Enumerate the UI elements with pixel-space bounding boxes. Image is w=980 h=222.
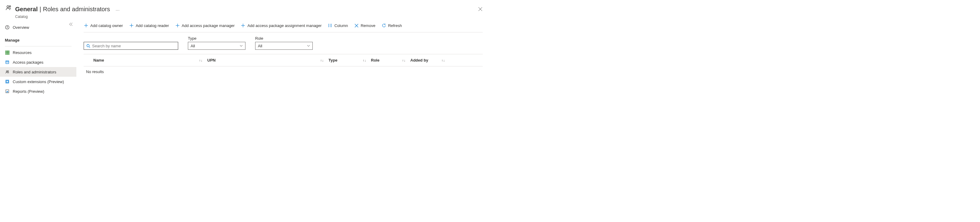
page-header: General | Roles and administrators … Cat… xyxy=(0,0,490,20)
svg-rect-23 xyxy=(7,91,8,93)
svg-rect-24 xyxy=(8,91,8,93)
svg-rect-16 xyxy=(6,61,9,64)
columns-icon xyxy=(328,23,332,28)
title-more-button[interactable]: … xyxy=(114,4,121,14)
svg-point-1 xyxy=(10,6,11,7)
sidebar-item-label: Custom extensions (Preview) xyxy=(13,80,64,84)
add-access-package-assignment-manager-button[interactable]: Add access package assignment manager xyxy=(240,22,321,29)
refresh-button[interactable]: Refresh xyxy=(382,22,402,29)
plus-icon xyxy=(84,23,89,28)
page-subtitle: Catalog xyxy=(15,14,121,19)
sidebar-item-overview[interactable]: Overview xyxy=(0,22,76,32)
sidebar-item-custom-extensions[interactable]: Custom extensions (Preview) xyxy=(0,77,76,86)
sort-icon: ↑↓ xyxy=(320,59,324,62)
page-title: General | Roles and administrators … xyxy=(15,4,121,14)
svg-rect-13 xyxy=(5,53,7,54)
sidebar-item-label: Resources xyxy=(13,50,32,55)
add-access-package-manager-button[interactable]: Add access package manager xyxy=(175,22,235,29)
table-header-row: Name ↑↓ UPN ↑↓ Type ↑↓ Role ↑↓ Added by xyxy=(84,54,483,66)
sidebar: Overview Manage Resources Access pac xyxy=(0,20,76,111)
sort-icon: ↑↓ xyxy=(199,59,202,62)
close-button[interactable] xyxy=(476,4,485,14)
sidebar-item-resources[interactable]: Resources xyxy=(0,48,76,57)
sidebar-item-label: Reports (Preview) xyxy=(13,89,44,94)
sidebar-item-label: Overview xyxy=(13,25,29,30)
svg-point-0 xyxy=(7,6,9,8)
remove-button[interactable]: Remove xyxy=(354,22,375,29)
plus-icon xyxy=(240,23,245,28)
no-results-message: No results xyxy=(84,66,483,77)
filter-type-value: All xyxy=(191,44,195,48)
column-header-type[interactable]: Type ↑↓ xyxy=(328,58,371,62)
sidebar-divider xyxy=(5,46,72,46)
column-header-added-by[interactable]: Added by ↑↓ xyxy=(410,58,450,62)
sidebar-item-roles-administrators[interactable]: Roles and administrators xyxy=(0,67,76,77)
add-catalog-reader-button[interactable]: Add catalog reader xyxy=(129,22,169,29)
results-table: Name ↑↓ UPN ↑↓ Type ↑↓ Role ↑↓ Added by xyxy=(84,54,483,77)
close-icon xyxy=(354,23,359,28)
plus-icon xyxy=(129,23,134,28)
svg-point-41 xyxy=(87,44,89,47)
toolbar: Add catalog owner Add catalog reader Add… xyxy=(84,21,483,32)
svg-rect-15 xyxy=(8,53,10,54)
info-icon xyxy=(5,25,10,30)
sort-icon: ↑↓ xyxy=(363,59,366,62)
svg-rect-11 xyxy=(7,52,8,53)
svg-line-42 xyxy=(89,46,90,48)
svg-point-6 xyxy=(7,26,7,26)
add-catalog-owner-button[interactable]: Add catalog owner xyxy=(84,22,123,29)
collapse-sidebar-button[interactable] xyxy=(67,21,75,28)
filter-type-select[interactable]: All xyxy=(188,42,245,50)
main-content: Add catalog owner Add catalog reader Add… xyxy=(76,20,490,111)
search-input[interactable] xyxy=(84,42,178,50)
svg-point-17 xyxy=(6,71,8,72)
people-icon xyxy=(5,69,10,74)
sort-icon: ↑↓ xyxy=(442,59,445,62)
chevron-down-icon xyxy=(307,45,310,47)
column-button[interactable]: Column xyxy=(328,22,348,29)
report-icon xyxy=(5,89,10,94)
plus-icon xyxy=(175,23,180,28)
column-header-role[interactable]: Role ↑↓ xyxy=(371,58,410,62)
filter-role-label: Role xyxy=(255,36,313,41)
svg-rect-12 xyxy=(8,52,10,53)
grid-icon xyxy=(5,50,10,55)
column-header-upn[interactable]: UPN ↑↓ xyxy=(207,58,328,62)
svg-rect-7 xyxy=(5,51,7,52)
sidebar-item-label: Access packages xyxy=(13,60,43,65)
svg-rect-9 xyxy=(8,51,10,52)
sidebar-item-label: Roles and administrators xyxy=(13,70,56,74)
package-icon xyxy=(5,60,10,65)
extension-icon xyxy=(5,79,10,84)
svg-rect-20 xyxy=(6,81,8,83)
svg-rect-8 xyxy=(7,51,8,52)
sort-icon: ↑↓ xyxy=(402,59,406,62)
svg-rect-10 xyxy=(5,52,7,53)
column-header-name[interactable]: Name ↑↓ xyxy=(86,58,207,62)
refresh-icon xyxy=(382,23,387,28)
sidebar-section-manage: Manage xyxy=(0,35,76,45)
sidebar-item-reports[interactable]: Reports (Preview) xyxy=(0,86,76,96)
svg-rect-14 xyxy=(7,53,8,54)
filters-row: Type All Role All xyxy=(84,32,483,54)
sidebar-item-access-packages[interactable]: Access packages xyxy=(0,57,76,67)
filter-role-select[interactable]: All xyxy=(255,42,313,50)
svg-point-18 xyxy=(8,71,9,72)
filter-type-label: Type xyxy=(188,36,245,41)
search-icon xyxy=(86,44,90,48)
people-icon xyxy=(5,4,12,11)
search-field[interactable] xyxy=(92,44,175,48)
svg-rect-22 xyxy=(6,92,7,93)
filter-role-value: All xyxy=(258,44,262,48)
chevron-down-icon xyxy=(240,45,243,47)
